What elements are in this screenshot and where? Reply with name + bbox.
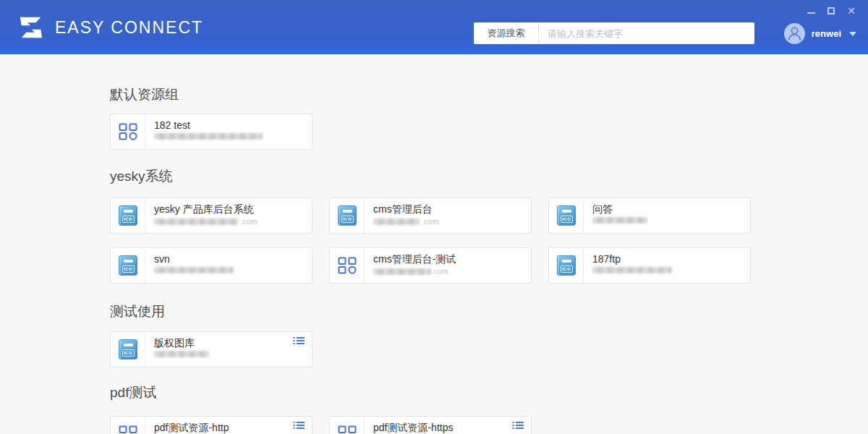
resource-address: com bbox=[373, 267, 524, 276]
card-row: pdf测试资源-http pdf测试资源-https bbox=[110, 416, 868, 434]
list-menu-icon[interactable] bbox=[512, 422, 524, 429]
list-menu-icon[interactable] bbox=[293, 422, 305, 429]
resource-search: 资源搜索 bbox=[474, 22, 754, 44]
resource-title: 版权图库 bbox=[154, 336, 305, 349]
search-input[interactable] bbox=[539, 22, 754, 44]
section-title-test-use: 测试使用 bbox=[110, 302, 868, 321]
resource-card-cms-admin[interactable]: ICO cms管理后台 .com bbox=[329, 197, 532, 234]
chevron-down-icon bbox=[849, 32, 856, 36]
ico-favicon-icon: ICO bbox=[557, 205, 576, 226]
resource-address bbox=[154, 133, 305, 140]
title-bar: EASY CONNECT 资源搜索 renwei ✕ bbox=[0, 0, 868, 55]
resource-card-svn[interactable]: ICO svn bbox=[110, 247, 312, 284]
card-icon-cell bbox=[111, 114, 145, 149]
ico-favicon-icon: ICO bbox=[119, 339, 137, 359]
resource-title: yesky 产品库后台系统 bbox=[154, 203, 305, 216]
resource-address bbox=[592, 217, 743, 224]
resource-address: .com bbox=[373, 217, 524, 226]
redacted-address bbox=[154, 351, 209, 357]
close-icon: ✕ bbox=[847, 6, 856, 16]
resource-card-187ftp[interactable]: ICO 187ftp bbox=[548, 247, 751, 284]
resource-title: cms管理后台 bbox=[373, 203, 524, 216]
app-group-icon bbox=[119, 425, 137, 434]
app-group-icon bbox=[119, 123, 137, 140]
resource-card-cms-test[interactable]: cms管理后台-测试 com bbox=[329, 247, 532, 284]
app-group-icon bbox=[338, 425, 357, 434]
resource-card-182-test[interactable]: 182 test bbox=[110, 114, 312, 150]
search-scope-label: 资源搜索 bbox=[474, 23, 539, 43]
resource-card-pdf-http[interactable]: pdf测试资源-http bbox=[110, 416, 312, 434]
maximize-icon bbox=[827, 7, 835, 14]
maximize-button[interactable] bbox=[825, 4, 838, 17]
avatar bbox=[784, 23, 805, 44]
resource-card-qa[interactable]: ICO 问答 bbox=[548, 197, 751, 234]
resource-title: pdf测试资源-https bbox=[373, 421, 524, 434]
ico-favicon-icon: ICO bbox=[338, 205, 357, 226]
card-row: ICO 版权图库 bbox=[110, 331, 868, 367]
user-menu[interactable]: renwei bbox=[784, 23, 856, 44]
card-row: ICO svn cms管理后台-测试 bbox=[110, 247, 868, 284]
username-label: renwei bbox=[812, 28, 841, 39]
redacted-address bbox=[373, 268, 431, 275]
resource-address bbox=[154, 351, 305, 357]
resource-address bbox=[592, 267, 743, 273]
redacted-address bbox=[154, 267, 234, 273]
card-row: ICO yesky 产品库后台系统 .com ICO cms管理后台 bbox=[110, 197, 868, 234]
person-icon bbox=[784, 23, 805, 44]
ico-favicon-icon: ICO bbox=[557, 255, 576, 276]
section-title-pdf-test: pdf测试 bbox=[110, 383, 868, 402]
redacted-address bbox=[373, 218, 420, 225]
list-menu-icon[interactable] bbox=[293, 337, 305, 344]
redacted-address bbox=[154, 218, 238, 225]
redacted-address bbox=[154, 133, 263, 140]
section-title-default-group: 默认资源组 bbox=[110, 85, 868, 104]
resource-card-pdf-https[interactable]: pdf测试资源-https bbox=[329, 416, 532, 434]
resource-address: .com bbox=[154, 217, 305, 226]
card-row: 182 test bbox=[110, 114, 868, 150]
app-logo: EASY CONNECT bbox=[17, 14, 203, 41]
resource-title: svn bbox=[154, 252, 305, 265]
resource-card-yesky-product[interactable]: ICO yesky 产品库后台系统 .com bbox=[110, 197, 312, 234]
resource-list: 默认资源组 182 test yesky系统 bbox=[0, 85, 868, 434]
sangfor-s-logo-icon bbox=[17, 14, 45, 41]
ico-favicon-icon: ICO bbox=[119, 255, 137, 276]
resource-address bbox=[154, 267, 305, 273]
close-button[interactable]: ✕ bbox=[845, 4, 858, 17]
section-title-yesky: yesky系统 bbox=[110, 167, 868, 186]
redacted-address bbox=[592, 217, 647, 224]
resource-title: 问答 bbox=[592, 203, 743, 216]
resource-title: 187ftp bbox=[592, 252, 743, 265]
app-title: EASY CONNECT bbox=[55, 18, 203, 38]
resource-title: cms管理后台-测试 bbox=[373, 252, 524, 265]
resource-title: pdf测试资源-http bbox=[154, 421, 305, 434]
window-controls: ✕ bbox=[804, 4, 858, 17]
minimize-button[interactable] bbox=[804, 4, 817, 17]
resource-card-copyright-gallery[interactable]: ICO 版权图库 bbox=[110, 331, 312, 367]
app-group-icon bbox=[338, 257, 357, 274]
minimize-icon bbox=[807, 12, 815, 14]
ico-favicon-icon: ICO bbox=[119, 205, 137, 226]
resource-title: 182 test bbox=[154, 119, 305, 132]
redacted-address bbox=[592, 267, 672, 273]
